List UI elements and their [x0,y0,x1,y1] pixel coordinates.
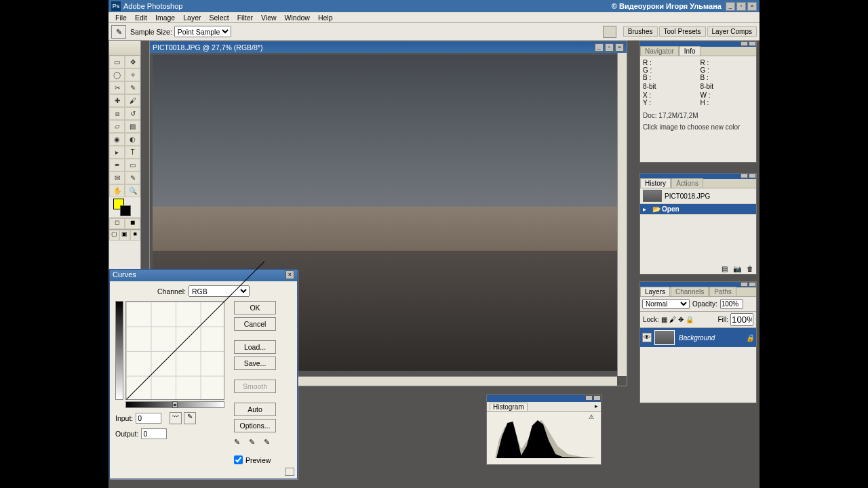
input-field[interactable] [136,413,161,424]
doc-close-button[interactable]: × [615,43,624,52]
type-tool-icon[interactable]: T [125,146,140,159]
screenmode-3-icon[interactable]: ■ [130,230,140,241]
menu-layer[interactable]: Layer [179,14,205,22]
gradient-tool-icon[interactable]: ▤ [125,120,140,133]
stamp-tool-icon[interactable]: ⧈ [109,107,125,120]
tab-histogram[interactable]: Histogram [490,403,528,411]
tab-layer-comps[interactable]: Layer Comps [707,26,757,37]
lock-transparency-icon[interactable]: ▦ [661,316,667,323]
blur-tool-icon[interactable]: ◉ [109,133,125,146]
new-document-icon[interactable]: ▤ [722,265,728,272]
panel-close-icon[interactable] [749,174,756,178]
load-button[interactable]: Load... [234,340,276,354]
minimize-button[interactable]: _ [726,2,735,11]
tab-paths[interactable]: Paths [709,287,736,296]
pen-tool-icon[interactable]: ✒ [109,159,125,171]
tab-channels[interactable]: Channels [671,287,709,296]
horizontal-gradient[interactable]: ◂▸ [125,401,224,408]
panel-close-icon[interactable] [593,395,601,401]
menu-window[interactable]: Window [281,14,314,22]
active-tool-icon[interactable]: ✎ [111,25,126,39]
fill-input[interactable] [730,313,753,326]
path-tool-icon[interactable]: ▸ [109,146,125,159]
output-field[interactable] [141,428,167,439]
tab-brushes[interactable]: Brushes [623,26,658,37]
menu-view[interactable]: View [257,14,281,22]
tab-layers[interactable]: Layers [640,287,670,296]
panel-close-icon[interactable] [749,41,756,46]
auto-button[interactable]: Auto [234,403,276,416]
marquee-tool-icon[interactable]: ▭ [109,56,125,68]
curves-close-button[interactable]: × [285,270,294,279]
options-button[interactable]: Options... [234,419,276,432]
color-swatches[interactable] [109,197,140,218]
maximize-button[interactable]: ▫ [736,2,746,11]
menu-filter[interactable]: Filter [233,14,257,22]
panel-min-icon[interactable] [741,282,748,287]
palette-well-icon[interactable] [603,26,616,38]
menu-edit[interactable]: Edit [131,14,151,22]
gradient-handle[interactable]: ◂▸ [172,401,178,408]
eye-icon[interactable]: 👁 [642,333,652,342]
history-snapshot[interactable]: PICT0018.JPG [640,188,756,204]
tab-tool-presets[interactable]: Tool Presets [659,26,706,37]
doc-minimize-button[interactable]: _ [595,43,604,52]
brush-tool-icon[interactable]: 🖌 [125,94,140,107]
eraser-tool-icon[interactable]: ▱ [109,120,125,133]
doc-maximize-button[interactable]: ▫ [605,43,614,52]
tab-history[interactable]: History [640,178,671,188]
menu-help[interactable]: Help [314,14,337,22]
smooth-button[interactable]: Smooth [234,380,276,393]
panel-close-icon[interactable] [749,282,756,287]
blend-mode-select[interactable]: Normal [642,299,690,309]
close-button[interactable]: × [747,2,757,11]
history-brush-icon[interactable]: ↺ [125,107,140,120]
shape-tool-icon[interactable]: ▭ [125,159,140,171]
panel-menu-icon[interactable]: ▸ [595,403,598,411]
lasso-tool-icon[interactable]: ◯ [109,68,125,81]
eyedropper-tool-icon[interactable]: ✎ [125,171,140,184]
history-step-open[interactable]: ▸ 📂 Open [640,204,756,215]
notes-tool-icon[interactable]: ✉ [109,171,125,184]
tab-actions[interactable]: Actions [671,178,703,188]
new-snapshot-icon[interactable]: 📷 [733,265,741,272]
crop-tool-icon[interactable]: ✂ [109,81,125,94]
panel-min-icon[interactable] [585,395,593,401]
panel-min-icon[interactable] [741,41,748,46]
document-titlebar[interactable]: PICT0018.JPG @ 27,7% (RGB/8*) _ ▫ × [150,41,627,53]
zoom-tool-icon[interactable]: 🔍 [125,184,140,197]
save-button[interactable]: Save... [234,357,276,370]
dodge-tool-icon[interactable]: ◐ [125,133,140,146]
ok-button[interactable]: OK [234,301,276,314]
screenmode-1-icon[interactable]: ▢ [109,230,119,241]
menu-file[interactable]: File [111,14,131,22]
eyedropper-gray-icon[interactable]: ✎ [249,438,260,449]
resize-grip-icon[interactable] [285,468,294,476]
curves-graph[interactable] [125,301,224,400]
move-tool-icon[interactable]: ✥ [125,56,140,68]
curve-pencil-tool-icon[interactable]: ✎ [184,412,196,424]
panel-min-icon[interactable] [741,174,748,178]
tab-navigator[interactable]: Navigator [640,46,679,56]
channel-select[interactable]: RGB [189,285,250,297]
menu-image[interactable]: Image [151,14,179,22]
quickmask-standard-icon[interactable]: ◻ [109,218,125,229]
sample-size-select[interactable]: Point Sample [174,26,231,37]
curves-titlebar[interactable]: Curves × [110,270,297,281]
scrollbar-vertical[interactable] [617,53,627,376]
layer-background[interactable]: 👁 Background 🔒 [640,328,756,347]
quickmask-mask-icon[interactable]: ◼ [125,218,140,229]
hand-tool-icon[interactable]: ✋ [109,184,125,197]
curve-point-tool-icon[interactable]: 〰 [170,412,182,424]
lock-all-icon[interactable]: 🔒 [686,316,694,323]
heal-tool-icon[interactable]: ✚ [109,94,125,107]
preview-checkbox[interactable] [234,455,243,464]
lock-pixels-icon[interactable]: 🖌 [669,316,676,323]
wand-tool-icon[interactable]: ✧ [125,68,140,81]
cancel-button[interactable]: Cancel [234,317,276,331]
eyedropper-white-icon[interactable]: ✎ [264,438,275,449]
toolbox-header[interactable] [109,41,140,56]
lock-position-icon[interactable]: ✥ [678,316,684,323]
background-swatch[interactable] [120,205,131,216]
eyedropper-black-icon[interactable]: ✎ [234,438,245,449]
